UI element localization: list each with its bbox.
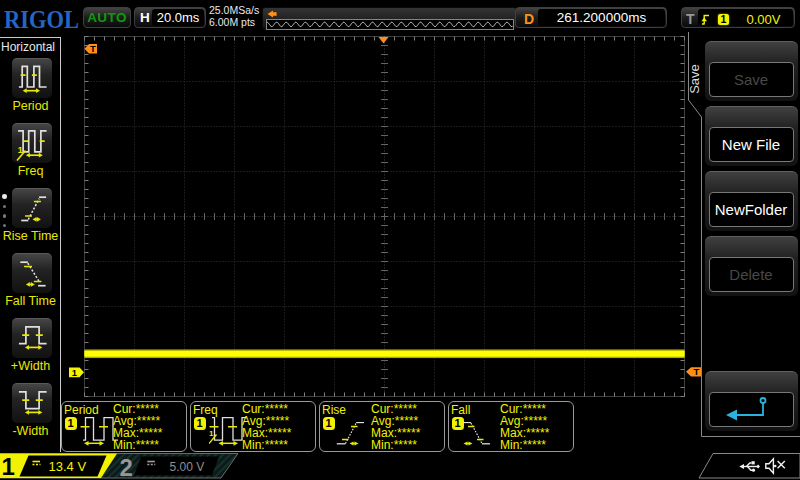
svg-text:T: T <box>90 43 96 54</box>
svg-text:2: 2 <box>120 454 133 480</box>
svg-text:13.4 V: 13.4 V <box>49 459 87 474</box>
svg-text:5.00 V: 5.00 V <box>170 460 205 474</box>
svg-text:1: 1 <box>72 367 78 378</box>
svg-text:1: 1 <box>2 453 15 480</box>
svg-text:1: 1 <box>209 429 214 438</box>
svg-text:1: 1 <box>18 145 23 155</box>
